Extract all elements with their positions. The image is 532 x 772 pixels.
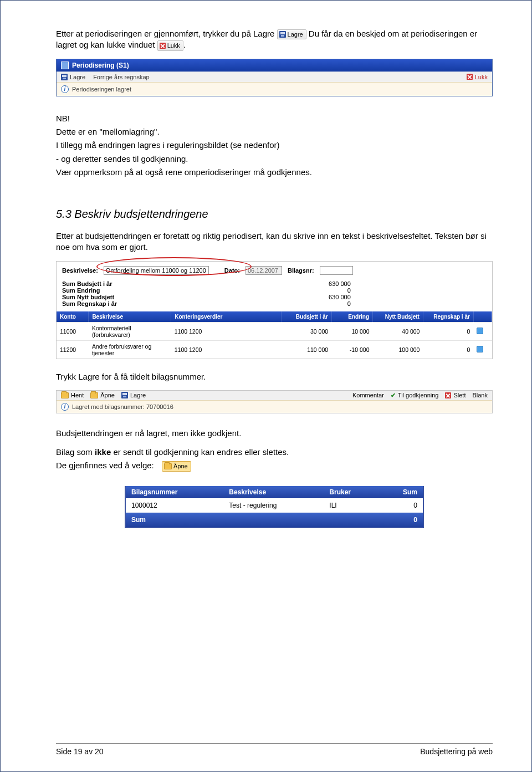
col-sum[interactable]: Sum: [379, 486, 423, 498]
col-regnskap[interactable]: Regnskap i år: [423, 311, 473, 323]
slett-button[interactable]: Slett: [445, 392, 466, 398]
lukk-label: Lukk: [167, 42, 180, 50]
kommentar-label: Kommentar: [352, 392, 384, 398]
cell-budsjett: 30 000: [281, 322, 331, 340]
col-action: [473, 311, 492, 323]
close-icon: [160, 43, 166, 49]
window-toolbar: Lagre Forrige års regnskap Lukk: [57, 71, 492, 82]
table-row[interactable]: 1000012 Test - regulering ILI 0: [126, 498, 423, 513]
toolbar-forrige-label: Forrige års regnskap: [93, 74, 150, 80]
cell-bruker: ILI: [324, 498, 379, 513]
cell-kont: 1100 1200: [171, 322, 281, 340]
gjenfinnes-text: De gjenfinnes ved å velge:: [56, 461, 154, 470]
nb-text3: Vær oppmerksom på at også rene omperiodi…: [56, 167, 493, 178]
bilagsnr-label: Bilagsnr:: [288, 267, 314, 274]
sum-label: Sum Endring: [62, 287, 300, 294]
hent-button[interactable]: Hent: [61, 392, 84, 398]
lagre-button[interactable]: Lagre: [121, 392, 146, 398]
folder-icon: [61, 392, 69, 398]
folder-icon: [90, 392, 98, 398]
nb-heading: NB!: [56, 113, 493, 124]
intro-paragraph: Etter at periodiseringen er gjennomført,…: [56, 28, 493, 51]
bilag-ikke-text: Bilag som ikke er sendt til godkjenning …: [56, 447, 493, 458]
apne-button-inline[interactable]: Åpne: [162, 461, 191, 472]
footer-page: Side 19 av 20: [56, 747, 104, 756]
sum-value: 0: [300, 287, 351, 294]
nb-text2a: I tillegg må endringen lagres i reguleri…: [56, 140, 493, 151]
disk-icon: [61, 74, 68, 80]
cell-nytt: 40 000: [373, 322, 423, 340]
kommentar-button[interactable]: Kommentar: [352, 392, 384, 398]
table-row[interactable]: 11000 Kontormateriell (forbruksvarer) 11…: [57, 322, 492, 340]
col-bilagsnummer[interactable]: Bilagsnummer: [126, 486, 223, 498]
disk-icon: [121, 392, 128, 398]
cell-endring: 10 000: [331, 322, 372, 340]
section-text: Etter at budsjettendringen er foretatt o…: [56, 231, 493, 253]
bilag-table: Bilagsnummer Beskrivelse Bruker Sum 1000…: [125, 486, 424, 528]
window-titlebar: Periodisering (S1): [57, 59, 492, 71]
sum-label: Sum Nytt budsjett: [62, 294, 300, 300]
col-konto[interactable]: Konto: [57, 311, 89, 323]
col-beskrivelse[interactable]: Beskrivelse: [89, 311, 171, 323]
budget-grid: Konto Beskrivelse Konteringsverdier Buds…: [57, 311, 492, 359]
apne-label: Åpne: [100, 392, 115, 398]
lagre-button-inline[interactable]: Lagre: [277, 29, 306, 40]
blank-label: Blank: [472, 392, 488, 398]
godkjenning-label: Til godkjenning: [398, 392, 439, 398]
cell-konto: 11200: [57, 340, 89, 359]
cell-sum: 0: [379, 498, 423, 513]
disk-icon: [279, 31, 286, 38]
lagre-label: Lagre: [288, 30, 303, 39]
cell-beskr: Kontormateriell (forbruksvarer): [89, 322, 171, 340]
sum-value: 630 000: [300, 280, 351, 287]
row-action-icon[interactable]: [477, 346, 483, 352]
slett-label: Slett: [453, 392, 466, 398]
foot-value: 0: [379, 513, 423, 527]
cell-budsjett: 110 000: [281, 340, 331, 359]
nb-text2b: - og deretter sendes til godkjenning.: [56, 154, 493, 165]
status-text: Lagret med bilagsnummer: 70700016: [72, 403, 173, 410]
blank-button[interactable]: Blank: [472, 392, 488, 398]
intro-text-a: Etter at periodiseringen er gjennomført,…: [56, 29, 277, 38]
toolbar-forrige[interactable]: Forrige års regnskap: [93, 74, 150, 80]
col-nytt[interactable]: Nytt Budsjett: [373, 311, 423, 323]
info-icon: i: [61, 85, 69, 93]
bilagsnr-input[interactable]: [320, 266, 353, 275]
section-heading: 5.3 Beskriv budsjettendringene: [56, 208, 493, 221]
lagre-toolbar-screenshot: Hent Åpne Lagre Kommentar ✔Til godkjenni…: [56, 390, 493, 413]
cell-regnskap: 0: [423, 340, 473, 359]
toolbar-lagre[interactable]: Lagre: [61, 74, 85, 80]
window-title: Periodisering (S1): [72, 62, 129, 69]
cell-beskr: Andre forbruksvarer og tjenester: [89, 340, 171, 359]
budget-screenshot: Beskrivelse: Dato: Bilagsnr: Sum Budsjet…: [56, 261, 493, 359]
dato-input: [245, 266, 282, 275]
toolbar-lukk[interactable]: Lukk: [467, 74, 488, 80]
cell-nytt: 100 000: [373, 340, 423, 359]
lagre-label: Lagre: [130, 392, 146, 398]
cell-regnskap: 0: [423, 322, 473, 340]
godkjenning-button[interactable]: ✔Til godkjenning: [391, 392, 439, 399]
page-footer: Side 19 av 20 Budsjettering på web: [56, 743, 493, 756]
table-row[interactable]: 11200 Andre forbruksvarer og tjenester 1…: [57, 340, 492, 359]
sum-value: 630 000: [300, 294, 351, 300]
info-icon: i: [61, 403, 69, 411]
cell-nr: 1000012: [126, 498, 223, 513]
periodisering-window: Periodisering (S1) Lagre Forrige års reg…: [56, 59, 493, 96]
sum-table: Sum Budsjett i år630 000 Sum Endring0 Su…: [57, 277, 492, 311]
folder-icon: [164, 463, 172, 469]
beskrivelse-input[interactable]: [104, 266, 209, 275]
cell-konto: 11000: [57, 322, 89, 340]
apne-button[interactable]: Åpne: [90, 392, 115, 398]
col-beskrivelse[interactable]: Beskrivelse: [223, 486, 324, 498]
hent-label: Hent: [71, 392, 84, 398]
col-bruker[interactable]: Bruker: [324, 486, 379, 498]
check-icon: ✔: [391, 392, 396, 399]
col-konteringsverdier[interactable]: Konteringsverdier: [171, 311, 281, 323]
apne-label: Åpne: [173, 462, 188, 471]
col-budsjett[interactable]: Budsjett i år: [281, 311, 331, 323]
beskrivelse-label: Beskrivelse:: [62, 267, 98, 274]
lukk-button-inline[interactable]: Lukk: [157, 40, 183, 51]
nb-text1: Dette er en "mellomlagring".: [56, 126, 493, 137]
col-endring[interactable]: Endring: [331, 311, 372, 323]
row-action-icon[interactable]: [477, 328, 483, 334]
